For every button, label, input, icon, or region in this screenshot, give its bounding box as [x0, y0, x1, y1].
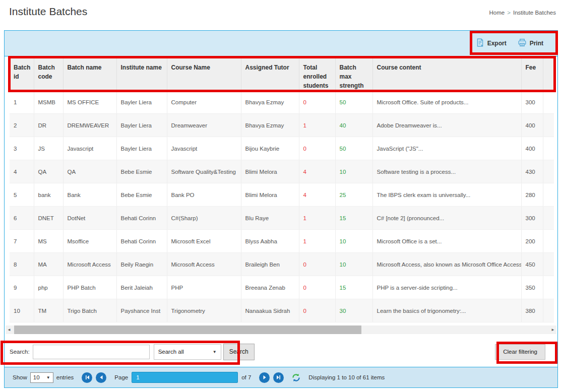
cell-assigned-tutor: Blyss Aabha: [241, 230, 299, 253]
cell-assigned-tutor: Nanaakua Sidrah: [241, 299, 299, 322]
cell-filler: [543, 91, 554, 114]
search-field-select[interactable]: Search all ▼: [154, 344, 221, 360]
table-row[interactable]: 3JSJavascriptBayler LieraJavascriptBijou…: [10, 137, 554, 160]
print-button[interactable]: Print: [518, 38, 543, 48]
cell-filler: [543, 160, 554, 183]
column-header-filler: [543, 56, 554, 91]
export-button-label: Export: [487, 40, 507, 47]
cell-fee: 400: [521, 137, 543, 160]
table-head: Batch idBatch codeBatch nameInstitute na…: [10, 56, 554, 91]
table-row[interactable]: 4QAQABebe EsmieSoftware Quality&TestingB…: [10, 160, 554, 183]
cell-batch-max-strength: 30: [335, 299, 372, 322]
previous-page-button[interactable]: [96, 372, 106, 383]
cell-course-name: Dreamweaver: [167, 114, 241, 137]
refresh-icon: [292, 373, 300, 382]
cell-institute-name: Bayler Liera: [116, 137, 167, 160]
cell-institute-name: Bebe Esmie: [116, 183, 167, 207]
next-page-button[interactable]: [259, 372, 270, 383]
cell-total-enrolled-students: 4: [299, 160, 335, 183]
cell-course-name: Microsoft Excel: [167, 230, 241, 253]
horizontal-scroll-zone: ◄ ►: [5, 322, 557, 337]
cell-batch-name: DotNet: [63, 207, 116, 230]
column-header-course-content: Course content: [372, 56, 521, 91]
first-page-icon: [85, 375, 90, 380]
cell-institute-name: Behati Corinn: [116, 230, 167, 253]
table-row[interactable]: 10TMTrigo BatchPayshance InstTrigonometr…: [10, 299, 554, 322]
batches-table: Batch idBatch codeBatch nameInstitute na…: [10, 56, 554, 322]
cell-filler: [543, 183, 554, 207]
cell-fee: 450: [521, 253, 543, 276]
cell-course-name: Microsoft Access: [167, 253, 241, 276]
first-page-button[interactable]: [82, 372, 92, 383]
scroll-right-arrow-icon[interactable]: ►: [549, 325, 556, 334]
search-input[interactable]: [33, 345, 150, 359]
horizontal-scrollbar[interactable]: ◄ ►: [6, 325, 556, 334]
horizontal-scrollbar-thumb[interactable]: [14, 325, 361, 334]
last-page-icon: [276, 375, 281, 380]
page-number-value: 1: [136, 374, 139, 380]
page-header: Institute Batches Home>Institute Batches: [0, 0, 562, 26]
cell-assigned-tutor: Braileigh Ben: [241, 253, 299, 276]
table-row[interactable]: 1MSMBMS OFFICEBayler LieraComputerBhavya…: [10, 91, 554, 114]
table-row[interactable]: 6DNETDotNetBehati CorinnC#(Sharp)Blu Ray…: [10, 207, 554, 230]
search-label: Search:: [10, 349, 30, 355]
cell-batch-id: 2: [10, 114, 34, 137]
cell-course-name: Bank PO: [167, 183, 241, 207]
cell-assigned-tutor: Blu Raye: [241, 207, 299, 230]
cell-batch-code: php: [34, 276, 63, 299]
cell-batch-code: QA: [34, 160, 63, 183]
cell-batch-name: Bank: [63, 183, 116, 207]
pagination-status: Displaying 1 to 10 of 61 items: [308, 374, 385, 380]
cell-batch-name: Microsoft Access: [63, 253, 116, 276]
clear-filtering-button[interactable]: Clear filtering: [495, 344, 545, 360]
cell-course-content: Microsoft Office is a set...: [372, 230, 521, 253]
cell-course-name: C#(Sharp): [167, 207, 241, 230]
cell-institute-name: Beily Raegin: [116, 253, 167, 276]
cell-batch-code: MA: [34, 253, 63, 276]
export-button[interactable]: Export: [476, 38, 507, 48]
cell-filler: [543, 230, 554, 253]
search-button[interactable]: Search: [223, 344, 255, 360]
cell-course-name: PHP: [167, 276, 241, 299]
cell-total-enrolled-students: 0: [299, 91, 335, 114]
cell-fee: 300: [521, 91, 543, 114]
next-page-icon: [262, 375, 267, 380]
column-header-batch-max-strength: Batch max strength: [335, 56, 372, 91]
cell-total-enrolled-students: 0: [299, 299, 335, 322]
cell-total-enrolled-students: 4: [299, 183, 335, 207]
export-icon: [476, 38, 484, 48]
batches-panel: Export Print Batch idBatch codeBatch nam…: [4, 30, 558, 388]
search-field-selected: Search all: [158, 349, 184, 355]
cell-institute-name: Bayler Liera: [116, 114, 167, 137]
table-header-row: Batch idBatch codeBatch nameInstitute na…: [10, 56, 554, 91]
table-row[interactable]: 7MSMsofficeBehati CorinnMicrosoft ExcelB…: [10, 230, 554, 253]
table-row[interactable]: 8MAMicrosoft AccessBeily RaeginMicrosoft…: [10, 253, 554, 276]
cell-fee: 380: [521, 299, 543, 322]
print-button-label: Print: [530, 40, 543, 47]
scroll-left-arrow-icon[interactable]: ◄: [6, 325, 13, 334]
page-of-label: of 7: [241, 374, 251, 380]
cell-assigned-tutor: Blimi Melora: [241, 183, 299, 207]
last-page-button[interactable]: [273, 372, 284, 383]
table-row[interactable]: 5bankBankBebe EsmieBank POBlimi Melora42…: [10, 183, 554, 207]
cell-total-enrolled-students: 1: [299, 207, 335, 230]
cell-fee: 300: [521, 207, 543, 230]
table-toolbar: Export Print: [5, 31, 557, 56]
cell-batch-name: PHP Batch: [63, 276, 116, 299]
column-header-batch-code: Batch code: [34, 56, 63, 91]
table-row[interactable]: 9phpPHP BatchBerit JaleiahPHPBreeana Zen…: [10, 276, 554, 299]
cell-batch-max-strength: 50: [335, 91, 372, 114]
refresh-button[interactable]: [292, 373, 300, 382]
cell-batch-name: Trigo Batch: [63, 299, 116, 322]
breadcrumb-home-link[interactable]: Home: [489, 10, 505, 16]
cell-batch-code: bank: [34, 183, 63, 207]
table-row[interactable]: 2DRDREMWEAVERBayler LieraDreamweaverBhav…: [10, 114, 554, 137]
cell-batch-max-strength: 10: [335, 230, 372, 253]
cell-course-content: Adobe Dreamweaver is...: [372, 114, 521, 137]
table-body: 1MSMBMS OFFICEBayler LieraComputerBhavya…: [10, 91, 554, 322]
cell-course-content: Software testing is a process...: [372, 160, 521, 183]
page-number-input[interactable]: 1: [132, 372, 238, 383]
cell-course-content: The IBPS clerk exam is universally...: [372, 183, 521, 207]
breadcrumb-separator: >: [507, 10, 511, 16]
page-size-select[interactable]: 10 ▼: [30, 372, 53, 383]
